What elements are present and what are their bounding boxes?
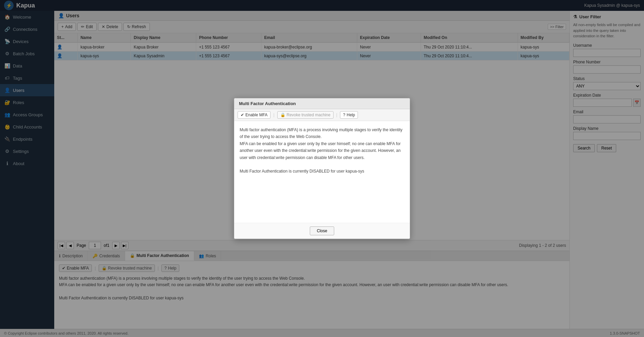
modal-revoke-button[interactable]: 🔒 Revoke trusted machine — [277, 111, 334, 119]
modal-overlay[interactable]: Multi Factor Authentication ✔ Enable MFA… — [0, 0, 644, 329]
modal-help-label: Help — [347, 113, 355, 117]
modal-lock-icon: 🔒 — [280, 113, 285, 117]
modal-revoke-label: Revoke trusted machine — [287, 113, 330, 117]
modal-enable-mfa-label: Enable MFA — [245, 113, 267, 117]
modal-body: Multi factor authentication (MFA) is a p… — [234, 121, 410, 223]
modal-header: Multi Factor Authentication — [234, 98, 410, 109]
modal-status-text: Multi Factor Authentication is currently… — [240, 168, 404, 175]
modal-separator-1: | — [273, 113, 274, 117]
modal-footer: Close — [234, 223, 410, 239]
modal-check-icon: ✔ — [241, 113, 244, 117]
modal-help-button[interactable]: ? Help — [340, 111, 358, 119]
modal-close-button[interactable]: Close — [310, 226, 335, 235]
modal-title: Multi Factor Authentication — [239, 101, 296, 106]
mfa-modal: Multi Factor Authentication ✔ Enable MFA… — [234, 98, 410, 239]
modal-enable-mfa-button[interactable]: ✔ Enable MFA — [238, 111, 270, 119]
modal-toolbar: ✔ Enable MFA | 🔒 Revoke trusted machine … — [234, 109, 410, 121]
modal-help-icon: ? — [343, 113, 345, 117]
modal-body-text: Multi factor authentication (MFA) is a p… — [240, 126, 404, 161]
modal-separator-2: | — [336, 113, 337, 117]
